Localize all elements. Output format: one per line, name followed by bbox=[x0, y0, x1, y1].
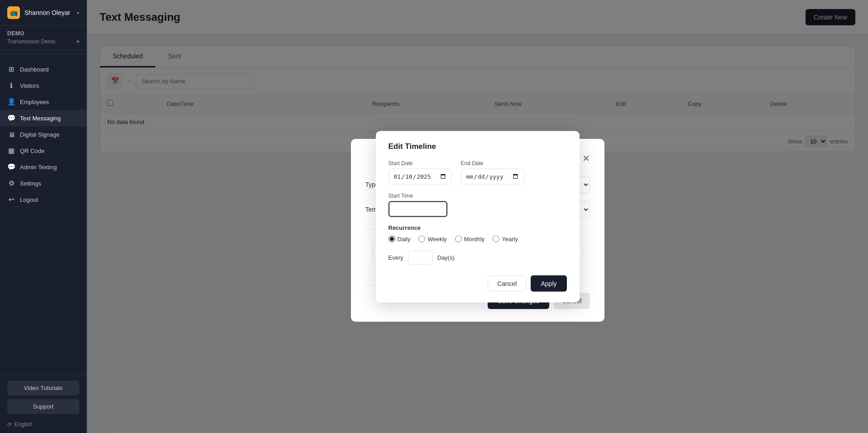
weekly-radio[interactable] bbox=[418, 235, 425, 242]
sidebar-header[interactable]: 📺 Shannon Oleyar ▾ bbox=[0, 0, 86, 26]
digital-signage-icon: 🖥 bbox=[7, 130, 15, 138]
logout-icon: ↩ bbox=[7, 195, 15, 204]
recurrence-daily[interactable]: Daily bbox=[388, 235, 411, 242]
sidebar-item-label: Employees bbox=[20, 99, 49, 105]
edit-timeline-dialog: Edit Timeline Start Date End Date Start … bbox=[376, 131, 580, 302]
video-tutorials-button[interactable]: Video Tutorials bbox=[7, 381, 79, 395]
sidebar-divider bbox=[0, 53, 86, 54]
main-content: Text Messaging Create New Scheduled Sent… bbox=[87, 0, 868, 433]
date-row: Start Date End Date bbox=[388, 160, 567, 184]
support-button[interactable]: Support bbox=[7, 399, 79, 414]
every-input[interactable]: 1 bbox=[408, 250, 433, 264]
sidebar-item-text-messaging[interactable]: 💬 Text Messaging bbox=[0, 110, 86, 126]
every-label: Every bbox=[388, 254, 403, 261]
sidebar-item-label: Visitors bbox=[20, 82, 39, 89]
recurrence-yearly[interactable]: Yearly bbox=[493, 235, 518, 242]
sidebar-nav: ⊞ Dashboard ℹ Visitors 👤 Employees 💬 Tex… bbox=[0, 57, 86, 375]
yearly-radio[interactable] bbox=[493, 235, 499, 242]
start-date-input[interactable] bbox=[388, 168, 452, 184]
sidebar-item-admin-texting[interactable]: 💬 Admin Texting bbox=[0, 159, 86, 175]
sidebar-item-label: Text Messaging bbox=[20, 115, 61, 122]
yearly-label: Yearly bbox=[502, 235, 518, 242]
days-label: Day(s) bbox=[437, 254, 455, 261]
sidebar-item-label: Admin Texting bbox=[20, 164, 57, 171]
settings-icon: ⚙ bbox=[7, 179, 15, 187]
language-label: English bbox=[14, 421, 32, 428]
daily-radio[interactable] bbox=[388, 235, 395, 242]
sidebar-item-digital-signage[interactable]: 🖥 Digital Signage bbox=[0, 126, 86, 143]
monthly-label: Monthly bbox=[464, 235, 485, 242]
sidebar-item-label: Digital Signage bbox=[20, 131, 59, 138]
recurrence-title: Recurrence bbox=[388, 224, 567, 231]
start-time-input[interactable]: 12:00 AM bbox=[388, 201, 447, 217]
recurrence-monthly[interactable]: Monthly bbox=[455, 235, 485, 242]
weekly-label: Weekly bbox=[427, 235, 446, 242]
apply-button[interactable]: Apply bbox=[531, 275, 566, 291]
org-sub: Transmission Demo ▾ bbox=[7, 38, 79, 45]
qr-code-icon: ▦ bbox=[7, 147, 15, 155]
start-time-label: Start Time bbox=[388, 192, 567, 199]
dialog-actions: Cancel Apply bbox=[388, 275, 567, 291]
admin-texting-icon: 💬 bbox=[7, 163, 15, 171]
close-icon[interactable]: ✕ bbox=[582, 154, 590, 163]
sidebar-item-logout[interactable]: ↩ Logout bbox=[0, 191, 86, 208]
modal-overlay: Create Text English Spanish ✕ Type: Sche… bbox=[87, 0, 868, 433]
sidebar: 📺 Shannon Oleyar ▾ DEMO Transmission Dem… bbox=[0, 0, 87, 433]
chevron-down-icon: ▾ bbox=[77, 10, 79, 15]
every-row: Every 1 Day(s) bbox=[388, 250, 567, 264]
recurrence-weekly[interactable]: Weekly bbox=[418, 235, 446, 242]
sidebar-item-qr-code[interactable]: ▦ QR Code bbox=[0, 143, 86, 159]
sidebar-item-dashboard[interactable]: ⊞ Dashboard bbox=[0, 61, 86, 77]
cancel-button[interactable]: Cancel bbox=[488, 275, 527, 291]
sidebar-item-settings[interactable]: ⚙ Settings bbox=[0, 175, 86, 191]
sidebar-item-employees[interactable]: 👤 Employees bbox=[0, 94, 86, 110]
start-date-field: Start Date bbox=[388, 160, 452, 184]
end-date-field: End Date bbox=[461, 160, 524, 184]
end-date-input[interactable] bbox=[461, 168, 524, 184]
end-date-label: End Date bbox=[461, 160, 524, 166]
start-time-field: Start Time 12:00 AM bbox=[388, 192, 567, 217]
sidebar-item-label: Logout bbox=[20, 196, 38, 203]
text-messaging-icon: 💬 bbox=[7, 114, 15, 122]
language-icon: ⟳ bbox=[7, 421, 12, 428]
sidebar-footer: Video Tutorials Support ⟳ English bbox=[0, 375, 86, 433]
sidebar-item-label: QR Code bbox=[20, 148, 44, 154]
recurrence-section: Recurrence Daily Weekly Monthly bbox=[388, 224, 567, 242]
dashboard-icon: ⊞ bbox=[7, 65, 15, 73]
sidebar-item-visitors[interactable]: ℹ Visitors bbox=[0, 77, 86, 94]
app-logo: 📺 bbox=[7, 6, 20, 19]
logo-icon: 📺 bbox=[10, 9, 18, 16]
employees-icon: 👤 bbox=[7, 98, 15, 106]
daily-label: Daily bbox=[398, 235, 411, 242]
recurrence-radio-group: Daily Weekly Monthly Yearly bbox=[388, 235, 567, 242]
chevron-down-icon: ▾ bbox=[77, 38, 79, 45]
edit-timeline-title: Edit Timeline bbox=[388, 142, 567, 151]
start-date-label: Start Date bbox=[388, 160, 452, 166]
language-selector[interactable]: ⟳ English bbox=[7, 418, 79, 428]
sidebar-item-label: Settings bbox=[20, 180, 41, 187]
username-label: Shannon Oleyar bbox=[24, 9, 70, 16]
org-section[interactable]: DEMO Transmission Demo ▾ bbox=[0, 26, 86, 50]
sidebar-item-label: Dashboard bbox=[20, 66, 49, 73]
visitors-icon: ℹ bbox=[7, 81, 15, 90]
org-name: DEMO bbox=[7, 30, 79, 37]
monthly-radio[interactable] bbox=[455, 235, 462, 242]
